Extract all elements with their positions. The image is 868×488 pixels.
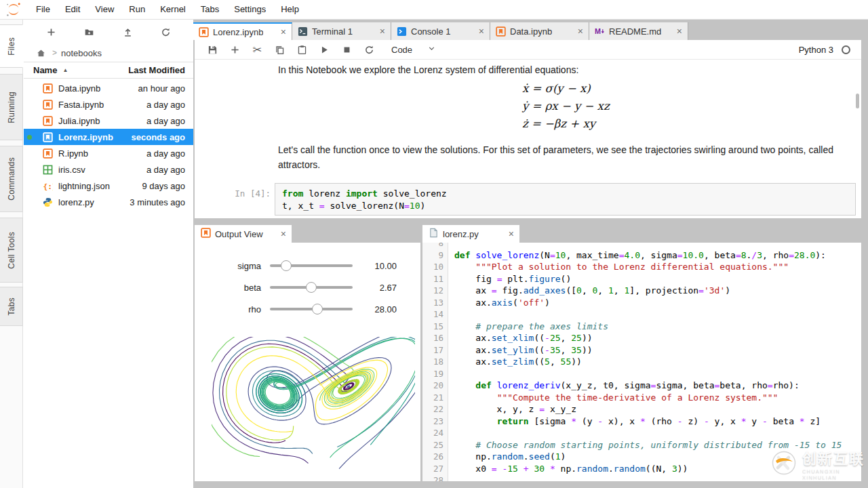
close-icon[interactable]: × bbox=[477, 26, 486, 36]
editor-line: 22 x, y, z = x_y_z bbox=[422, 404, 861, 415]
sidebar-tab-files[interactable]: Files bbox=[0, 24, 23, 68]
tab-output-view[interactable]: Output View × bbox=[195, 225, 292, 243]
line-number: 14 bbox=[422, 309, 443, 319]
slider-thumb[interactable] bbox=[306, 282, 317, 293]
tab-label: Data.ipynb bbox=[510, 26, 552, 37]
file-modified: a day ago bbox=[146, 165, 193, 175]
file-row-lorenz.ipynb[interactable]: Lorenz.ipynbseconds ago bbox=[24, 129, 193, 145]
menu-edit[interactable]: Edit bbox=[58, 4, 87, 14]
paste-button[interactable] bbox=[291, 43, 313, 56]
file-row-julia.ipynb[interactable]: Julia.ipynba day ago bbox=[24, 113, 193, 129]
file-row-lightning.json[interactable]: {:}lightning.json9 days ago bbox=[24, 178, 193, 194]
code-line: x, y, z = x_y_z bbox=[454, 404, 576, 415]
line-number: 24 bbox=[422, 428, 443, 438]
file-row-iris.csv[interactable]: iris.csva day ago bbox=[24, 161, 193, 178]
menu-tabs[interactable]: Tabs bbox=[193, 4, 226, 14]
slider-track[interactable] bbox=[270, 286, 353, 289]
menu-help[interactable]: Help bbox=[273, 4, 307, 14]
file-row-fasta.ipynb[interactable]: Fasta.ipynba day ago bbox=[24, 96, 193, 113]
editor-line: 24 bbox=[422, 428, 861, 439]
menu-run[interactable]: Run bbox=[121, 4, 153, 14]
file-name: Data.ipynb bbox=[58, 83, 100, 94]
close-icon[interactable]: × bbox=[378, 26, 387, 36]
equation-line: ẏ = ρx − y − xz bbox=[522, 98, 610, 115]
upload-icon[interactable] bbox=[120, 24, 135, 39]
cut-button[interactable]: ✂ bbox=[246, 43, 269, 56]
tab-lorenz-py[interactable]: lorenz.py × bbox=[422, 225, 519, 243]
left-sidebar: FilesRunningCommandsCell ToolsTabs bbox=[0, 20, 23, 488]
sidebar-tab-running[interactable]: Running bbox=[0, 74, 23, 140]
close-icon[interactable]: × bbox=[279, 27, 288, 37]
sidebar-tab-tabs[interactable]: Tabs bbox=[0, 287, 23, 326]
run-button[interactable] bbox=[313, 43, 336, 56]
sidebar-tab-cell-tools[interactable]: Cell Tools bbox=[0, 218, 23, 283]
tab-console-1[interactable]: Console 1× bbox=[391, 22, 490, 40]
tab-terminal-1[interactable]: Terminal 1× bbox=[292, 22, 391, 40]
notebook-file-icon bbox=[43, 99, 54, 110]
file-row-r.ipynb[interactable]: R.ipynba day ago bbox=[24, 145, 193, 161]
sidebar-tab-commands[interactable]: Commands bbox=[0, 146, 23, 212]
line-number: 26 bbox=[422, 451, 443, 462]
line-number: 22 bbox=[422, 404, 443, 414]
slider-row-beta: beta2.67 bbox=[207, 279, 420, 296]
close-icon[interactable]: × bbox=[279, 229, 288, 239]
editor-line: 13 ax.axis('off') bbox=[422, 298, 861, 309]
menu-settings[interactable]: Settings bbox=[226, 4, 273, 14]
cell-type-dropdown[interactable]: Code bbox=[391, 44, 436, 55]
slider-thumb[interactable] bbox=[281, 260, 292, 271]
line-number: 16 bbox=[422, 333, 443, 343]
slider-track[interactable] bbox=[270, 264, 353, 267]
code-editor[interactable]: 89def solve_lorenz(N=10, max_time=4.0, s… bbox=[422, 243, 861, 481]
file-name: lorenz.py bbox=[58, 197, 94, 207]
line-number: 10 bbox=[422, 262, 443, 272]
slider-thumb[interactable] bbox=[312, 304, 323, 314]
editor-line: 8 bbox=[422, 243, 861, 249]
file-row-lorenz.py[interactable]: lorenz.py3 minutes ago bbox=[24, 194, 193, 210]
sidebar-tab-label: Files bbox=[7, 37, 16, 56]
tab-data-ipynb[interactable]: Data.ipynb× bbox=[490, 22, 589, 40]
cell-prompt: In [4]: bbox=[195, 188, 271, 199]
code-cell-input[interactable]: from lorenz import solve_lorenzt, x_t = … bbox=[275, 183, 856, 216]
menu-view[interactable]: View bbox=[87, 4, 121, 14]
stop-button[interactable] bbox=[336, 43, 358, 56]
code-line: np.random.seed(1) bbox=[454, 451, 566, 462]
menu-kernel[interactable]: Kernel bbox=[153, 4, 193, 14]
slider-label: beta bbox=[207, 283, 261, 293]
line-number: 17 bbox=[422, 345, 443, 355]
watermark-subtitle: CHUANGXIN XINHULIAN bbox=[802, 468, 868, 481]
notebook-file-icon bbox=[43, 148, 54, 159]
save-button[interactable] bbox=[201, 43, 224, 56]
insert-button[interactable] bbox=[224, 43, 246, 56]
editor-line: 19 bbox=[422, 369, 861, 380]
file-row-data.ipynb[interactable]: Data.ipynban hour ago bbox=[24, 80, 193, 96]
kernel-running-dot bbox=[27, 135, 32, 140]
close-icon[interactable]: × bbox=[507, 229, 515, 239]
slider-track[interactable] bbox=[270, 308, 353, 310]
refresh-button[interactable] bbox=[358, 43, 380, 56]
breadcrumb-path[interactable]: notebooks bbox=[61, 48, 102, 58]
close-icon[interactable]: × bbox=[675, 26, 684, 36]
notebook-document[interactable]: In this Notebook we explore the Lorenz s… bbox=[195, 60, 861, 218]
line-number: 23 bbox=[422, 416, 443, 426]
code-line: ax.set_xlim((-25, 25)) bbox=[454, 333, 593, 344]
menu-file[interactable]: File bbox=[28, 4, 58, 14]
tab-readme-md[interactable]: MREADME.md× bbox=[589, 22, 688, 40]
editor-line: 21 """Compute the time-derivative of a L… bbox=[422, 392, 861, 404]
tab-lorenz-ipynb[interactable]: Lorenz.ipynb× bbox=[193, 22, 292, 40]
code-line: x0 = -15 + 30 * np.random.random((N, 3)) bbox=[454, 464, 688, 474]
copy-button[interactable] bbox=[269, 43, 291, 56]
refresh-icon[interactable] bbox=[159, 24, 174, 39]
kernel-area: Python 3 bbox=[799, 45, 861, 55]
close-icon[interactable]: × bbox=[576, 26, 585, 36]
sidebar-tab-label: Running bbox=[7, 92, 16, 123]
column-name[interactable]: Name bbox=[33, 65, 57, 75]
sort-ascending-icon[interactable]: ▲ bbox=[62, 67, 68, 73]
slider-value: 28.00 bbox=[359, 304, 420, 314]
notebook-scrollbar[interactable] bbox=[856, 94, 859, 108]
new-folder-icon[interactable] bbox=[82, 24, 97, 39]
home-icon[interactable] bbox=[33, 45, 48, 60]
column-last-modified[interactable]: Last Modified bbox=[128, 65, 193, 75]
new-launcher-icon[interactable] bbox=[43, 24, 58, 39]
slider-value: 2.67 bbox=[359, 283, 420, 293]
slider-label: sigma bbox=[207, 261, 261, 271]
